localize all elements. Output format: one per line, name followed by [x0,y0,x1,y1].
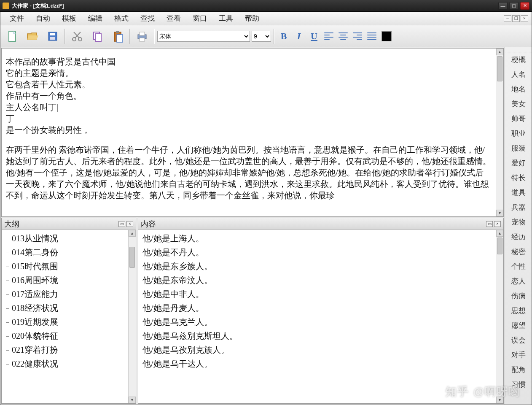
side-tag-button[interactable]: 梗概 [505,52,532,67]
new-file-button[interactable] [3,27,21,45]
text-editor[interactable]: 本作品的故事背景是古代中国它的主题是亲情。它包含若干人性元素。作品中有一个角色。… [2,49,496,216]
mdi-minimize-button[interactable]: – [504,15,511,22]
outline-item[interactable]: 015时代氛围 [2,259,128,273]
outline-item[interactable]: 017适应能力 [2,287,128,301]
scroll-down-button[interactable]: ▼ [129,397,136,403]
font-size-select[interactable]: 9 [252,31,271,42]
side-tag-button[interactable]: 思想 [505,303,532,318]
editor-line: 作品中有一个角色。 [6,90,492,102]
side-tag-button[interactable]: 爱好 [505,156,532,170]
scroll-down-button[interactable]: ▼ [496,210,503,216]
font-name-select[interactable]: 宋体 [157,31,250,42]
content-float-button[interactable]: ▭ [486,221,493,227]
editor-line: 主人公名叫丁| [6,102,492,113]
side-tag-button[interactable]: 道具 [505,185,532,200]
content-item[interactable]: 他/她是丹麦人。 [138,301,496,315]
side-tag-button[interactable]: 美女 [505,97,532,111]
scroll-up-button[interactable]: ▲ [496,230,503,237]
copy-button[interactable] [88,27,107,45]
side-tag-button[interactable]: 宠物 [505,215,532,230]
outline-item[interactable]: 014第二身份 [2,246,128,259]
side-tag-button[interactable]: 误会 [505,333,532,348]
menu-help[interactable]: 帮助 [239,12,265,25]
scroll-thumb[interactable] [497,238,502,254]
outline-scrollbar[interactable]: ▲ ▼ [128,230,136,403]
align-left-button[interactable] [322,31,335,42]
bold-button[interactable]: B [277,30,290,43]
align-center-button[interactable] [337,31,349,42]
side-tag-button[interactable]: 地名 [505,82,532,97]
side-tag-button[interactable]: 人名 [505,67,532,82]
menu-tools[interactable]: 工具 [213,12,239,25]
menu-template[interactable]: 模板 [56,12,82,25]
menu-format[interactable]: 格式 [108,12,134,25]
content-item[interactable]: 他/她是中非人。 [138,287,496,301]
content-item[interactable]: 他/她是东乡族人。 [138,259,496,273]
side-tag-button[interactable]: 配角 [505,362,532,377]
side-tag-button[interactable]: 伤病 [505,289,532,303]
menu-file[interactable]: 文件 [4,12,30,25]
cut-button[interactable] [68,27,86,45]
menu-edit[interactable]: 编辑 [82,12,108,25]
side-tag-button[interactable]: 对手 [505,348,532,362]
side-tag-button[interactable]: 恋人 [505,274,532,289]
content-item[interactable]: 他/她是不丹人。 [138,246,496,259]
side-tag-button[interactable]: 个性 [505,259,532,274]
side-tag-bar: 梗概人名地名美女帅哥职业服装爱好特长道具兵器宠物经历秘密个性恋人伤病思想愿望误会… [505,47,532,405]
content-item[interactable]: 他/她是乌克兰人。 [138,315,496,329]
underline-button[interactable]: U [307,30,321,43]
text-color-button[interactable] [382,31,392,41]
side-tag-button[interactable]: 特长 [505,170,532,185]
close-button[interactable]: ✕ [520,2,529,10]
outline-item[interactable]: 021穿着打扮 [2,343,128,357]
mdi-restore-button[interactable]: ❐ [512,15,520,22]
content-item[interactable]: 他/她是上海人。 [138,232,496,246]
scroll-thumb[interactable] [129,247,135,268]
content-scrollbar[interactable]: ▲ ▼ [496,230,503,403]
menu-view[interactable]: 查看 [161,12,187,25]
outline-item[interactable]: 022健康状况 [2,357,128,371]
align-right-button[interactable] [351,31,364,42]
print-button[interactable] [133,27,151,45]
side-tag-button[interactable]: 兵器 [505,200,532,215]
outline-float-button[interactable]: ▭ [118,221,125,227]
outline-item[interactable]: 019近期发展 [2,315,128,329]
menu-find[interactable]: 查找 [134,12,161,25]
paste-button[interactable] [108,27,127,45]
align-justify-button[interactable] [365,31,378,42]
side-tag-button[interactable]: 经历 [505,230,532,244]
outline-item[interactable]: 016周围环境 [2,273,128,287]
content-list[interactable]: 他/她是上海人。他/她是不丹人。他/她是东乡族人。他/她是东帝汶人。他/她是中非… [138,230,496,403]
scroll-thumb[interactable] [497,56,502,81]
side-tag-button[interactable]: 帅哥 [505,111,532,126]
outline-list[interactable]: 013从业情况014第二身份015时代氛围016周围环境017适应能力018经济… [2,230,128,403]
mdi-close-button[interactable]: × [521,15,528,22]
scroll-down-button[interactable]: ▼ [496,397,503,403]
content-item[interactable]: 他/她是乌干达人。 [138,357,496,371]
outline-close-button[interactable]: × [126,221,133,227]
content-item[interactable]: 他/她是乌孜别克族人。 [138,343,496,357]
maximize-button[interactable]: ▢ [509,2,519,10]
menu-window[interactable]: 窗口 [187,12,213,25]
save-file-button[interactable] [43,27,62,45]
side-tag-button[interactable]: 职业 [505,126,532,141]
side-tag-button[interactable]: 习惯 [505,377,532,392]
content-item[interactable]: 他/她是东帝汶人。 [138,273,496,287]
side-tag-button[interactable]: 服装 [505,141,532,156]
svg-rect-16 [140,38,145,41]
menu-auto[interactable]: 自动 [30,12,56,25]
side-tag-button[interactable]: 愿望 [505,318,532,333]
editor-scrollbar[interactable]: ▲ ▼ [496,49,503,216]
side-tag-button[interactable]: 秘密 [505,244,532,259]
outline-item[interactable]: 020体貌特征 [2,329,128,343]
content-close-button[interactable]: × [494,221,501,227]
outline-item[interactable]: 018经济状况 [2,301,128,315]
outline-item[interactable]: 013从业情况 [2,232,128,246]
minimize-button[interactable]: — [498,2,508,10]
scroll-up-button[interactable]: ▲ [496,49,503,55]
content-item[interactable]: 他/她是乌兹别克斯坦人。 [138,329,496,343]
italic-button[interactable]: I [292,30,306,43]
scroll-up-button[interactable]: ▲ [129,230,136,237]
open-file-button[interactable] [23,27,42,45]
content-panel: 内容 ▭ × 他/她是上海人。他/她是不丹人。他/她是东乡族人。他/她是东帝汶人… [138,218,504,404]
